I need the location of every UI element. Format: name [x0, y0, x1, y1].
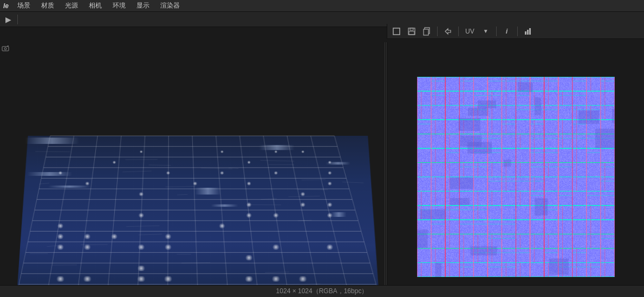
menu-scene[interactable]: 场景	[12, 0, 36, 12]
main-content	[0, 42, 644, 297]
toolbar-play-btn[interactable]: ▶	[2, 14, 14, 25]
svg-rect-6	[525, 31, 526, 35]
camera-side-icon[interactable]	[1, 44, 10, 53]
menu-renderer[interactable]: 渲染器	[155, 0, 185, 12]
status-text: 1024 × 1024（RGBA，16bpc）	[276, 287, 368, 296]
texture-display-area	[417, 77, 615, 277]
viewport-3d-panel[interactable]	[0, 42, 385, 297]
svg-rect-5	[424, 29, 428, 35]
right-toolbar-sep-2	[458, 27, 459, 36]
toolbar-info-btn[interactable]: i	[501, 25, 513, 37]
svg-point-10	[4, 48, 6, 50]
toolbar-copy-btn[interactable]	[421, 25, 433, 37]
toolbar-chart-btn[interactable]	[522, 25, 534, 37]
right-toolbar-sep-3	[496, 27, 497, 36]
svg-rect-9	[2, 47, 9, 51]
toolbar-uv-dropdown[interactable]: ▼	[480, 25, 492, 37]
menu-ie-label: Ie	[0, 2, 12, 10]
right-toolbar: UV ▼ i	[387, 24, 644, 39]
menu-bar: Ie 场景 材质 光源 相机 环境 显示 渲染器	[0, 0, 644, 12]
toolbar-frame-btn[interactable]	[391, 25, 402, 37]
toolbar-sep-1	[17, 15, 18, 24]
menu-light[interactable]: 光源	[60, 0, 83, 12]
menu-environment[interactable]: 环境	[107, 0, 131, 12]
svg-rect-7	[527, 30, 529, 35]
menu-camera[interactable]: 相机	[83, 0, 107, 12]
right-toolbar-sep-1	[437, 27, 438, 36]
right-toolbar-sep-4	[517, 27, 518, 36]
svg-rect-0	[393, 28, 400, 35]
status-bar: 1024 × 1024（RGBA，16bpc）	[0, 285, 644, 297]
uv-label: UV	[463, 28, 477, 35]
left-icons-panel	[0, 42, 11, 297]
menu-display[interactable]: 显示	[131, 0, 155, 12]
menu-material[interactable]: 材质	[36, 0, 60, 12]
svg-rect-8	[529, 28, 531, 35]
svg-rect-3	[409, 31, 414, 35]
normal-map-canvas	[417, 77, 615, 277]
floor-viewport-canvas[interactable]	[0, 42, 385, 297]
toolbar-save-btn[interactable]	[406, 25, 418, 37]
toolbar-arrow-btn[interactable]	[442, 25, 454, 37]
texture-panel	[387, 42, 644, 297]
